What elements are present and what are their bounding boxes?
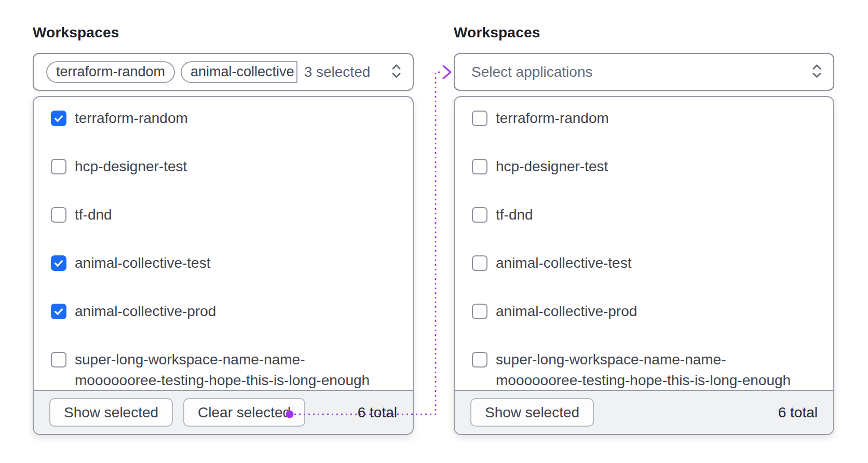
option-row[interactable]: terraform-random	[51, 111, 398, 129]
option-label: animal-collective-test	[75, 253, 210, 274]
option-row[interactable]: animal-collective-test	[472, 255, 819, 274]
option-row[interactable]: hcp-designer-test	[51, 159, 398, 177]
checkbox[interactable]	[472, 352, 487, 367]
total-count: 6 total	[358, 404, 397, 421]
total-count: 6 total	[778, 404, 818, 421]
option-label: super-long-workspace-name-name-moooooore…	[75, 349, 378, 390]
selected-tag[interactable]: terraform-random	[46, 61, 175, 83]
selected-tag-clipped[interactable]: animal-collective	[181, 61, 297, 83]
selected-count: 3 selected	[304, 64, 371, 80]
option-row[interactable]: animal-collective-prod	[472, 304, 819, 322]
option-label: hcp-designer-test	[496, 156, 608, 177]
check-icon	[53, 113, 64, 124]
option-label: terraform-random	[496, 108, 609, 129]
listbox-footer: Show selected Clear selected 6 total	[34, 390, 413, 434]
checkbox[interactable]	[51, 255, 66, 271]
option-label: tf-dnd	[496, 205, 533, 225]
selected-tag-label: animal-collective	[191, 64, 294, 80]
chevron-up-down-icon	[390, 63, 402, 81]
checkbox[interactable]	[51, 352, 66, 367]
option-label: animal-collective-prod	[496, 301, 637, 322]
options-list: terraform-random hcp-designer-test tf-dn…	[455, 97, 833, 390]
check-icon	[53, 306, 64, 317]
checkbox[interactable]	[51, 111, 66, 126]
checkbox[interactable]	[472, 159, 487, 174]
show-selected-button[interactable]: Show selected	[49, 398, 173, 427]
option-row[interactable]: animal-collective-prod	[51, 304, 398, 322]
multiselect-trigger-left[interactable]: terraform-random animal-collective 3 sel…	[33, 53, 414, 91]
options-listbox-right: terraform-random hcp-designer-test tf-dn…	[454, 96, 834, 435]
option-row[interactable]: hcp-designer-test	[472, 159, 819, 177]
option-label: super-long-workspace-name-name-moooooore…	[496, 349, 799, 390]
checkbox[interactable]	[472, 207, 487, 223]
checkbox[interactable]	[51, 159, 66, 174]
show-selected-button[interactable]: Show selected	[470, 398, 594, 427]
option-row[interactable]: tf-dnd	[51, 207, 398, 225]
option-label: hcp-designer-test	[75, 156, 187, 177]
option-label: animal-collective-test	[496, 253, 631, 274]
option-label: tf-dnd	[75, 205, 112, 225]
check-icon	[53, 257, 64, 269]
clear-selected-button[interactable]: Clear selected	[183, 398, 305, 427]
option-row[interactable]: super-long-workspace-name-name-moooooore…	[51, 352, 398, 390]
options-list: terraform-random hcp-designer-test tf-dn…	[34, 97, 413, 390]
options-listbox-left: terraform-random hcp-designer-test tf-dn…	[33, 96, 414, 435]
multiselect-trigger-right[interactable]: Select applications	[454, 53, 834, 91]
selected-tag-label: terraform-random	[56, 64, 165, 80]
workspaces-label-right: Workspaces	[454, 24, 540, 42]
workspaces-label-left: Workspaces	[33, 24, 119, 42]
option-label: terraform-random	[75, 108, 188, 129]
checkbox[interactable]	[472, 255, 487, 271]
chevron-up-down-icon	[811, 63, 823, 81]
option-row[interactable]: terraform-random	[472, 111, 819, 129]
trigger-placeholder: Select applications	[471, 64, 592, 80]
checkbox[interactable]	[51, 207, 66, 223]
listbox-footer: Show selected 6 total	[455, 390, 833, 434]
option-row[interactable]: animal-collective-test	[51, 255, 398, 274]
checkbox[interactable]	[51, 304, 66, 319]
checkbox[interactable]	[472, 304, 487, 319]
checkbox[interactable]	[472, 111, 487, 126]
option-label: animal-collective-prod	[75, 301, 216, 322]
option-row[interactable]: super-long-workspace-name-name-moooooore…	[472, 352, 819, 390]
option-row[interactable]: tf-dnd	[472, 207, 819, 225]
page-root: Workspaces terraform-random animal-colle…	[0, 0, 868, 463]
